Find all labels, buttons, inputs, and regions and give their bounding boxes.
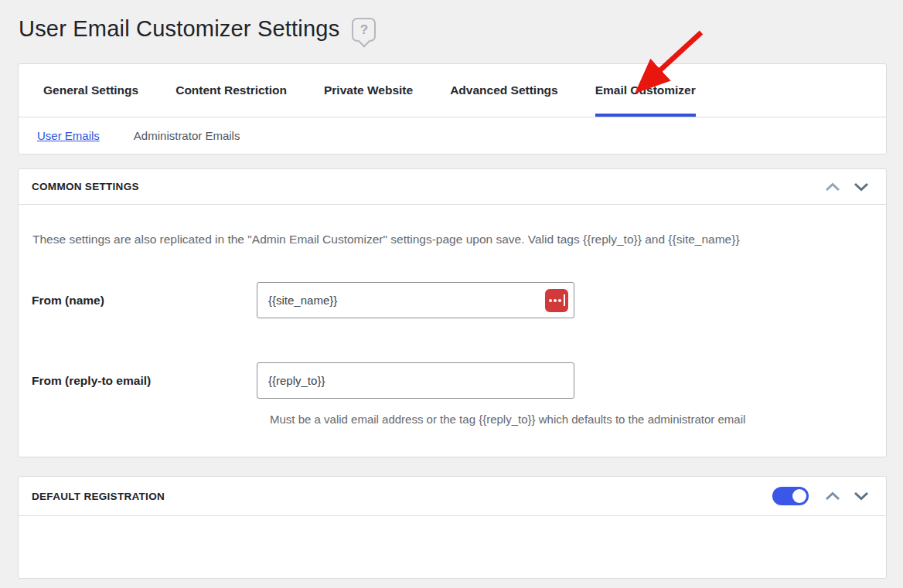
field-row-from-name: From (name) (32, 282, 873, 318)
chevron-up-icon[interactable] (825, 182, 840, 192)
reply-to-input-wrap (257, 362, 574, 399)
help-icon-glyph: ? (360, 22, 368, 38)
reply-to-label: From (reply-to email) (32, 374, 257, 388)
page-title: User Email Customizer Settings (19, 16, 339, 42)
field-row-reply-to: From (reply-to email) (32, 362, 873, 399)
merge-tag-button[interactable] (545, 289, 568, 312)
tab-advanced-settings[interactable]: Advanced Settings (450, 64, 558, 117)
default-registration-panel: DEFAULT REGISTRATION (18, 476, 887, 579)
tab-private-website[interactable]: Private Website (324, 64, 413, 117)
reply-to-input[interactable] (257, 362, 574, 399)
chevron-up-icon[interactable] (825, 491, 840, 501)
merge-tag-icon (549, 299, 552, 302)
help-icon[interactable]: ? (352, 18, 376, 42)
from-name-label: From (name) (32, 294, 257, 308)
reply-to-help-text: Must be a valid email address or the tag… (270, 413, 873, 426)
subtab-administrator-emails[interactable]: Administrator Emails (134, 129, 240, 142)
common-settings-header: COMMON SETTINGS (19, 169, 886, 205)
common-settings-controls (825, 182, 869, 192)
tabs-card: General Settings Content Restriction Pri… (18, 63, 887, 155)
default-registration-header: DEFAULT REGISTRATION (19, 477, 886, 516)
common-settings-description: These settings are also replicated in th… (32, 233, 873, 246)
tab-email-customizer[interactable]: Email Customizer (595, 64, 696, 117)
from-name-input[interactable] (257, 282, 574, 318)
chevron-down-icon[interactable] (854, 491, 869, 501)
tab-content-restriction[interactable]: Content Restriction (175, 64, 287, 117)
default-registration-controls (772, 487, 869, 505)
tab-general-settings[interactable]: General Settings (43, 64, 138, 117)
toggle-knob (792, 489, 806, 503)
page-header: User Email Customizer Settings ? (0, 0, 903, 42)
chevron-down-icon[interactable] (854, 182, 869, 192)
common-settings-body: These settings are also replicated in th… (19, 205, 886, 457)
common-settings-title: COMMON SETTINGS (32, 181, 139, 192)
subtab-user-emails[interactable]: User Emails (37, 129, 100, 142)
sub-tab-bar: User Emails Administrator Emails (19, 117, 886, 154)
default-registration-toggle[interactable] (772, 487, 809, 505)
main-tab-bar: General Settings Content Restriction Pri… (19, 64, 886, 117)
default-registration-body (19, 516, 886, 578)
from-name-input-wrap (257, 282, 574, 318)
default-registration-title: DEFAULT REGISTRATION (32, 491, 165, 502)
common-settings-panel: COMMON SETTINGS These settings are also … (18, 168, 887, 457)
